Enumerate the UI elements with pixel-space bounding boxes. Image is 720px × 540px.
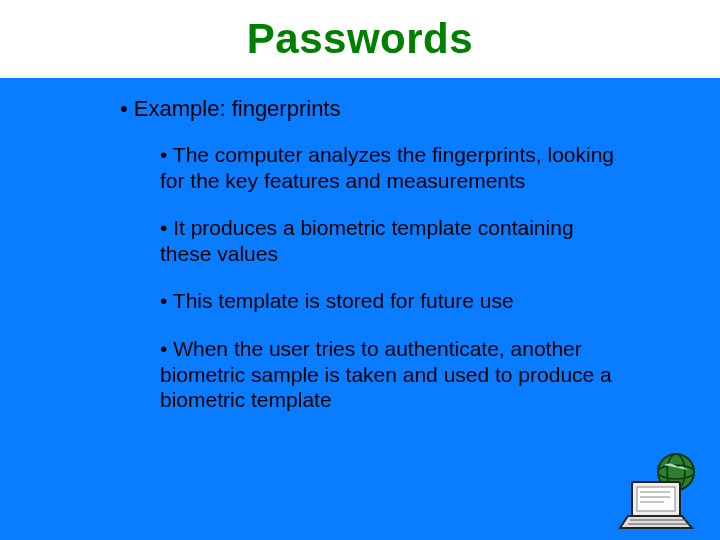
slide-title: Passwords xyxy=(247,15,473,63)
list-item: • The computer analyzes the fingerprints… xyxy=(160,142,630,193)
list-item: • It produces a biometric template conta… xyxy=(160,215,630,266)
example-text: Example: fingerprints xyxy=(134,96,341,121)
bullet-dot: • xyxy=(160,143,173,166)
title-band: Passwords xyxy=(0,0,720,78)
slide: Passwords • Example: fingerprints • The … xyxy=(0,0,720,540)
list-item-text: The computer analyzes the fingerprints, … xyxy=(160,143,614,192)
svg-rect-6 xyxy=(637,487,675,511)
bullet-dot: • xyxy=(160,289,173,312)
list-item: • When the user tries to authenticate, a… xyxy=(160,336,630,413)
content-area: • Example: fingerprints • The computer a… xyxy=(0,78,720,413)
computer-globe-icon xyxy=(614,450,704,530)
list-item-text: When the user tries to authenticate, ano… xyxy=(160,337,612,411)
list-item: • This template is stored for future use xyxy=(160,288,630,314)
list-item-text: This template is stored for future use xyxy=(173,289,514,312)
example-bullet: • Example: fingerprints xyxy=(120,96,630,122)
list-item-text: It produces a biometric template contain… xyxy=(160,216,574,265)
bullet-dot: • xyxy=(120,96,134,121)
bullet-dot: • xyxy=(160,337,173,360)
sub-bullet-list: • The computer analyzes the fingerprints… xyxy=(120,142,630,413)
bullet-dot: • xyxy=(160,216,173,239)
